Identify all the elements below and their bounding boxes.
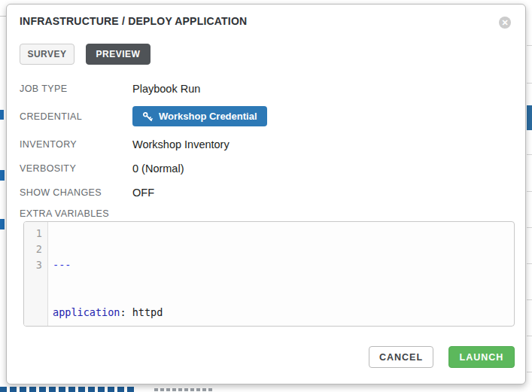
verbosity-label: VERBOSITY [20, 163, 132, 174]
background-badge-fragment [527, 105, 532, 130]
yaml-colon: : [120, 306, 126, 318]
yaml-doc-start: --- [53, 259, 71, 271]
field-row-inventory: INVENTORY Workshop Inventory [20, 138, 509, 151]
key-icon [142, 111, 153, 122]
background-link-fragment [0, 219, 5, 229]
extra-variables-editor[interactable]: 1 2 3 --- application: httpd [23, 221, 515, 327]
yaml-value: httpd [126, 306, 163, 318]
show-changes-label: SHOW CHANGES [20, 187, 132, 198]
credential-badge[interactable]: Workshop Credential [132, 106, 267, 126]
tab-preview[interactable]: PREVIEW [86, 44, 150, 65]
credential-badge-label: Workshop Credential [159, 111, 257, 122]
code-line-1: --- [53, 257, 514, 273]
job-type-value: Playbook Run [132, 83, 200, 95]
background-link-fragment [0, 110, 4, 120]
page: { "modal": { "title": "INFRASTRUCTURE / … [0, 0, 532, 392]
code-line-2: application: httpd [53, 305, 514, 321]
yaml-key: application [53, 306, 120, 318]
background-text-fragment [154, 388, 214, 391]
editor-code-area[interactable]: --- application: httpd [48, 222, 514, 326]
extra-variables-label: EXTRA VARIABLES [20, 208, 109, 219]
tab-survey[interactable]: SURVEY [20, 44, 74, 65]
field-row-job-type: JOB TYPE Playbook Run [20, 82, 509, 96]
deploy-application-modal: INFRASTRUCTURE / DEPLOY APPLICATION ✕ SU… [6, 4, 526, 384]
background-divider-fragment [0, 16, 6, 17]
launch-button[interactable]: LAUNCH [448, 346, 515, 368]
inventory-value: Workshop Inventory [132, 138, 230, 150]
line-number: 2 [24, 242, 42, 257]
cancel-button[interactable]: CANCEL [369, 346, 433, 368]
verbosity-value: 0 (Normal) [132, 163, 184, 175]
background-table-fragment [526, 0, 532, 392]
credential-label: CREDENTIAL [20, 111, 132, 122]
inventory-label: INVENTORY [20, 139, 132, 150]
field-row-credential: CREDENTIAL Workshop Credential [20, 106, 509, 126]
editor-gutter: 1 2 3 [24, 222, 48, 326]
background-heading-fragment [0, 387, 134, 392]
field-row-verbosity: VERBOSITY 0 (Normal) [20, 162, 509, 175]
modal-title: INFRASTRUCTURE / DEPLOY APPLICATION [20, 15, 247, 27]
line-number: 3 [24, 257, 42, 273]
job-type-label: JOB TYPE [20, 84, 132, 94]
field-row-show-changes: SHOW CHANGES OFF [20, 186, 509, 199]
background-link-fragment [0, 170, 5, 181]
line-number: 1 [24, 226, 42, 242]
show-changes-value: OFF [132, 187, 154, 199]
close-icon[interactable]: ✕ [499, 17, 511, 29]
